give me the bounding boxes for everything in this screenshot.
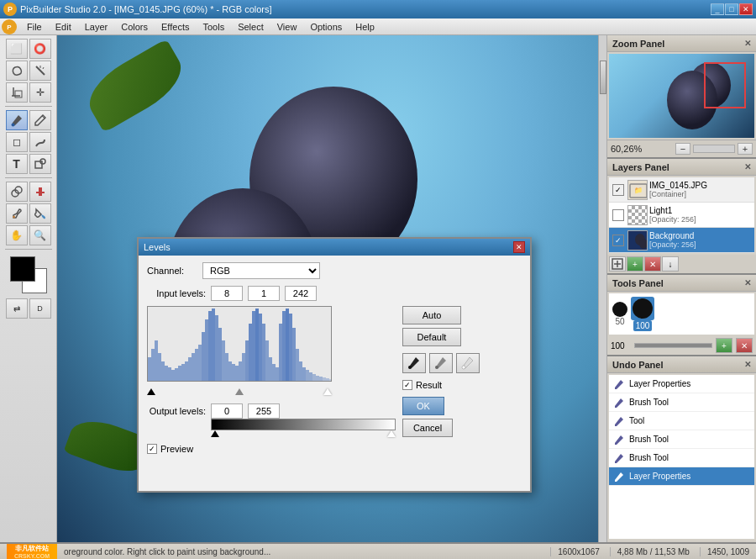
tool-marquee-rect[interactable]: ⬜	[6, 39, 28, 59]
tool-pencil[interactable]	[29, 110, 51, 130]
default-btn[interactable]: Default	[402, 328, 461, 346]
tool-magic-wand[interactable]	[29, 61, 51, 81]
menu-help[interactable]: Help	[349, 20, 381, 34]
eyedrop-black-btn[interactable]	[402, 353, 426, 373]
tool-crop[interactable]	[6, 82, 28, 103]
layers-panel-close[interactable]: ✕	[744, 162, 751, 171]
output-level-high[interactable]: 255	[248, 403, 280, 419]
dialog-close-btn[interactable]: ✕	[513, 241, 525, 253]
eyedrop-mid-btn[interactable]	[429, 353, 453, 373]
menu-effects[interactable]: Effects	[155, 20, 196, 34]
brush-size-50[interactable]: 50	[612, 302, 627, 326]
file-size-text: 4,88 Mb / 11,53 Mb	[617, 547, 690, 556]
layer-item-container[interactable]: ✓ 📁 IMG_0145.JPG [Container]	[609, 177, 754, 203]
tool-text[interactable]: T	[6, 154, 28, 174]
menu-tools[interactable]: Tools	[196, 20, 231, 34]
vscrollbar-thumb[interactable]	[600, 61, 606, 94]
canvas-vscrollbar[interactable]	[598, 35, 606, 544]
tool-brush[interactable]	[6, 110, 28, 130]
zoom-controls: 60,26% − +	[607, 140, 756, 157]
add-layer-btn[interactable]: +	[627, 256, 643, 272]
output-black-marker[interactable]	[211, 430, 219, 437]
undo-item-0[interactable]: Layer Properties	[609, 375, 754, 393]
layer-visibility-background[interactable]: ✓	[612, 235, 624, 246]
brush-size-100[interactable]: 100	[631, 297, 654, 331]
undo-item-2[interactable]: Tool	[609, 412, 754, 430]
tool-clone[interactable]	[6, 182, 28, 202]
tool-lasso[interactable]	[6, 61, 28, 81]
ok-btn[interactable]: OK	[402, 397, 444, 415]
tools-panel-close[interactable]: ✕	[744, 278, 751, 287]
menu-colors[interactable]: Colors	[114, 20, 155, 34]
canvas-area[interactable]: Levels ✕ Channel: RGB Red Green Blue	[57, 35, 606, 559]
brush-label-50: 50	[615, 317, 624, 326]
tool-eyedropper[interactable]	[6, 203, 28, 224]
result-checkbox[interactable]: ✓	[402, 380, 412, 390]
layer-item-background[interactable]: ✓ Background [Opacity: 256]	[609, 228, 754, 253]
menu-layer[interactable]: Layer	[78, 20, 115, 34]
new-layer-btn[interactable]	[609, 256, 626, 272]
input-level-high[interactable]: 242	[285, 286, 317, 301]
layer-visibility-light1[interactable]	[612, 209, 624, 221]
zoom-minus-btn[interactable]: −	[675, 143, 690, 155]
zoom-viewport-rect[interactable]	[704, 62, 746, 108]
zoom-panel-close[interactable]: ✕	[744, 39, 751, 48]
undo-item-3[interactable]: Brush Tool	[609, 430, 754, 449]
undo-panel-close[interactable]: ✕	[744, 360, 751, 369]
layer-name-light1: Light1 [Opacity: 256]	[649, 206, 753, 224]
tool-shapes[interactable]	[29, 154, 51, 174]
midtone-marker[interactable]	[235, 388, 244, 395]
menu-file[interactable]: File	[20, 20, 49, 34]
opacity-slider[interactable]	[634, 343, 712, 348]
black-point-marker[interactable]	[147, 388, 155, 395]
channel-select[interactable]: RGB Red Green Blue	[202, 262, 320, 279]
close-btn[interactable]: ✕	[739, 3, 753, 15]
cancel-btn[interactable]: Cancel	[402, 419, 453, 437]
svg-rect-25	[181, 364, 185, 382]
tool-healing[interactable]	[29, 182, 51, 202]
menu-options[interactable]: Options	[303, 20, 349, 34]
undo-item-4[interactable]: Brush Tool	[609, 449, 754, 467]
tool-eraser[interactable]: ◻	[6, 132, 28, 152]
layer-visibility-container[interactable]: ✓	[612, 184, 624, 196]
zoom-plus-btn[interactable]: +	[738, 143, 753, 155]
menu-edit[interactable]: Edit	[49, 20, 78, 34]
svg-rect-51	[269, 357, 272, 382]
output-markers	[211, 430, 396, 437]
svg-rect-22	[171, 370, 175, 382]
undo-item-1[interactable]: Brush Tool	[609, 393, 754, 412]
zoom-slider[interactable]	[693, 145, 735, 153]
layer-down-btn[interactable]: ↓	[662, 256, 679, 272]
default-colors-btn[interactable]: D	[29, 298, 51, 319]
tool-marquee-ellipse[interactable]: ⭕	[29, 39, 51, 59]
svg-point-77	[639, 239, 648, 249]
menu-select[interactable]: Select	[231, 20, 270, 34]
output-white-marker[interactable]	[387, 430, 396, 437]
maximize-btn[interactable]: □	[725, 3, 738, 15]
foreground-color[interactable]	[10, 256, 35, 282]
tool-fill[interactable]	[29, 203, 51, 224]
preview-checkbox[interactable]: ✓	[147, 444, 157, 454]
svg-rect-34	[212, 309, 215, 382]
tool-move[interactable]: ✛	[29, 82, 51, 103]
input-level-mid[interactable]: 1	[248, 286, 280, 301]
tools-add-btn[interactable]: +	[716, 338, 732, 353]
menubar: P File Edit Layer Colors Effects Tools S…	[0, 18, 756, 35]
eyedrop-white-btn[interactable]	[456, 353, 480, 373]
tools-del-btn[interactable]: ✕	[736, 338, 753, 353]
histogram	[147, 306, 332, 382]
menu-view[interactable]: View	[270, 20, 304, 34]
white-point-marker[interactable]	[323, 388, 332, 395]
coord-text: 1450, 1009	[707, 547, 749, 556]
delete-layer-btn[interactable]: ✕	[644, 256, 661, 272]
tool-hand[interactable]: ✋	[6, 225, 28, 245]
input-level-low[interactable]: 8	[211, 286, 243, 301]
auto-btn[interactable]: Auto	[402, 306, 461, 324]
swap-colors-btn[interactable]: ⇄	[6, 298, 28, 319]
undo-item-5[interactable]: Layer Properties	[609, 467, 754, 486]
tool-zoom[interactable]: 🔍	[29, 225, 51, 245]
output-level-low[interactable]: 0	[211, 403, 243, 419]
tool-smudge[interactable]	[29, 132, 51, 152]
minimize-btn[interactable]: _	[711, 3, 724, 15]
layer-item-light1[interactable]: Light1 [Opacity: 256]	[609, 203, 754, 228]
